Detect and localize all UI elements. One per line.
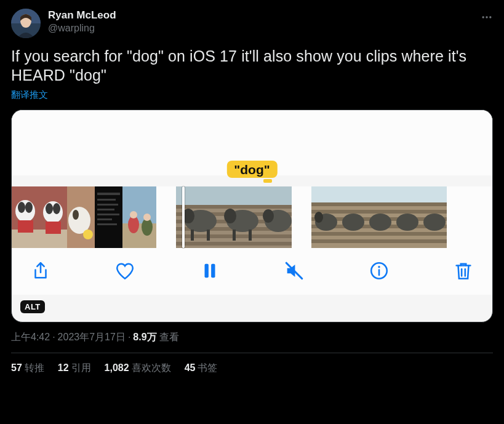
pause-icon[interactable] [199,260,220,281]
more-icon[interactable] [481,11,493,23]
thumbnail [338,186,366,248]
svg-point-3 [482,16,484,18]
clip-group-2 [176,186,292,248]
svg-rect-67 [262,242,292,246]
info-icon[interactable] [369,260,390,281]
svg-rect-82 [338,202,366,206]
heart-icon[interactable] [114,260,135,281]
svg-rect-110 [420,210,447,214]
views-count: 8.9万 [133,332,156,342]
thumbnail [311,186,338,248]
trash-icon[interactable] [453,260,474,281]
svg-rect-92 [366,210,393,214]
media-card[interactable]: "dog" [11,110,493,322]
bookmarks-stat[interactable]: 45书签 [185,362,218,375]
search-term-pill: "dog" [226,161,277,178]
video-timeline[interactable] [12,186,492,248]
mute-icon[interactable] [284,260,305,281]
svg-rect-72 [311,202,338,206]
views-label: 查看 [159,332,179,342]
svg-point-5 [489,16,491,18]
svg-rect-28 [97,218,112,220]
playhead-line[interactable] [182,186,185,248]
share-icon[interactable] [30,260,51,281]
svg-rect-24 [97,199,116,201]
thumbnail [262,186,292,248]
svg-point-4 [486,16,487,18]
svg-rect-114 [420,239,447,243]
svg-rect-90 [366,186,393,202]
reposts-stat[interactable]: 57转推 [11,362,44,375]
stats-row: 57转推 12引用 1,082喜欢次数 45书签 [11,362,493,375]
svg-rect-101 [393,210,420,214]
svg-rect-95 [366,232,393,236]
svg-rect-46 [191,230,194,241]
avatar[interactable] [11,9,41,38]
svg-rect-25 [97,204,118,206]
handle: @warpling [48,22,116,35]
svg-rect-55 [219,242,262,246]
svg-rect-76 [311,232,338,236]
svg-rect-11 [18,220,33,233]
svg-rect-117 [211,263,215,278]
display-name: Ryan McLeod [48,9,116,22]
media-top-area: "dog" [12,110,492,175]
svg-rect-23 [97,193,120,195]
svg-point-35 [143,214,151,221]
svg-rect-62 [262,205,292,209]
svg-point-15 [46,203,53,214]
svg-point-10 [25,202,33,213]
likes-stat[interactable]: 1,082喜欢次数 [105,362,171,375]
svg-rect-105 [393,239,420,243]
tweet-header: Ryan McLeod @warpling [11,9,493,38]
svg-point-8 [15,200,35,222]
svg-rect-99 [393,186,420,202]
tweet-date: 2023年7月17日 [58,332,126,342]
svg-point-16 [53,203,60,214]
tweet-text: If you search for "dog" on iOS 17 it'll … [11,47,493,86]
thumbnail [122,186,156,248]
svg-point-57 [224,209,236,223]
svg-rect-100 [393,202,420,206]
playhead-marker [263,179,272,183]
svg-rect-77 [311,239,338,243]
svg-rect-50 [219,205,262,209]
quotes-stat[interactable]: 12引用 [58,362,91,375]
svg-rect-49 [219,186,262,205]
svg-rect-73 [311,210,338,214]
svg-rect-17 [46,222,61,234]
svg-point-79 [314,212,323,223]
clip-gap [156,186,176,248]
svg-point-34 [142,218,153,236]
svg-rect-54 [219,234,262,238]
svg-rect-87 [338,239,366,243]
clip-gap [292,186,311,248]
thumbnail [393,186,420,248]
thumbnail [366,186,393,248]
svg-point-88 [342,214,364,231]
author-names[interactable]: Ryan McLeod @warpling [48,9,116,35]
svg-rect-104 [393,232,420,236]
svg-rect-116 [204,263,208,278]
thumbnail [39,186,67,248]
svg-point-14 [43,201,63,223]
svg-rect-29 [97,223,117,225]
alt-badge[interactable]: ALT [20,300,45,313]
svg-rect-81 [338,186,366,202]
svg-point-9 [18,202,25,213]
svg-point-33 [130,211,137,218]
svg-rect-108 [420,186,447,202]
svg-point-106 [396,214,418,231]
svg-rect-113 [420,232,447,236]
svg-rect-83 [338,210,366,214]
thumbnail [67,186,95,248]
svg-rect-30 [122,186,156,223]
media-toolbar [12,248,492,295]
svg-rect-71 [311,186,338,202]
svg-rect-47 [207,230,210,241]
svg-point-115 [423,214,446,231]
thumbnail [12,186,39,248]
translate-link[interactable]: 翻译推文 [11,89,493,101]
tweet-meta[interactable]: 上午4:42·2023年7月17日·8.9万 查看 [11,331,493,344]
svg-rect-22 [95,186,122,248]
